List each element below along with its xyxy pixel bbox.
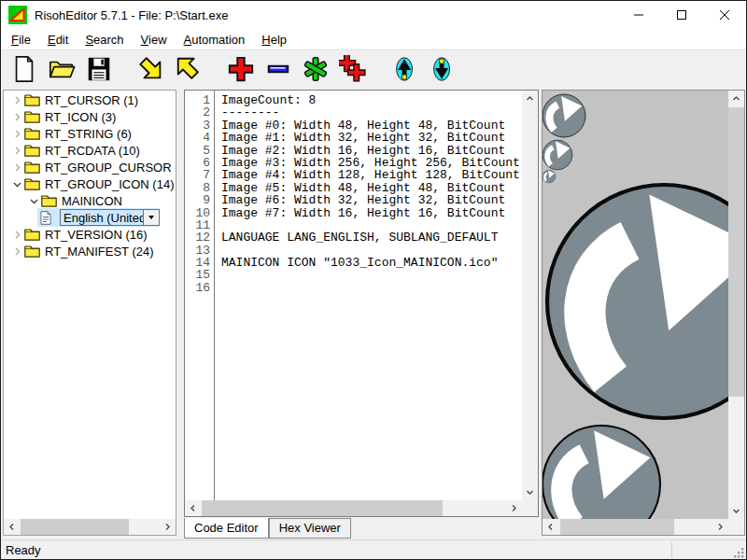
scroll-down-icon[interactable] [522, 484, 538, 500]
tree-hscroll-thumb[interactable] [21, 519, 129, 535]
red-double-plus-icon [339, 55, 367, 83]
tree-item-rt-manifest-24[interactable]: RT_MANIFEST (24) [4, 243, 176, 259]
save-button[interactable] [83, 53, 115, 85]
tab-hex-viewer[interactable]: Hex Viewer [269, 518, 351, 539]
expand-chevron-icon[interactable] [9, 96, 24, 105]
icon-preview-image [543, 91, 728, 519]
tree-item-label: RT_VERSION (16) [45, 228, 148, 242]
preview-vscroll-thumb[interactable] [728, 107, 744, 397]
open-file-button[interactable] [46, 53, 78, 85]
expand-chevron-icon[interactable] [9, 231, 24, 239]
tree-item-label: RT_GROUP_CURSOR (12) [45, 161, 176, 175]
tree-item-rt-cursor-1[interactable]: RT_CURSOR (1) [4, 91, 176, 108]
scroll-down-icon[interactable] [728, 503, 744, 519]
tree-item-rt-group-cursor-12[interactable]: RT_GROUP_CURSOR (12) [4, 159, 176, 175]
statusbar: Ready [1, 539, 746, 560]
tree-item-rt-rcdata-10[interactable]: RT_RCDATA (10) [4, 142, 176, 159]
selected-tree-item: English (United [37, 208, 160, 227]
scroll-right-icon[interactable] [160, 519, 176, 535]
maximize-icon [677, 10, 686, 20]
menu-item-search[interactable]: Search [77, 31, 132, 49]
code-editor[interactable]: ImageCount: 8--------Image #0: Width 48,… [216, 91, 522, 500]
scroll-up-icon[interactable] [728, 91, 744, 106]
preview-hscroll-thumb[interactable] [560, 519, 674, 535]
tree-item-label: RT_STRING (6) [45, 127, 132, 141]
code-line: Image #2: Width 16, Height 16, BitCount [221, 145, 522, 157]
tree-item-label: RT_RCDATA (10) [45, 144, 140, 158]
delete-resource-button[interactable] [262, 53, 294, 85]
tree-item-rt-version-16[interactable]: RT_VERSION (16) [4, 226, 176, 243]
tree-item-english-united[interactable]: English (United [4, 209, 176, 226]
editor-horizontal-scrollbar[interactable] [185, 500, 522, 516]
folder-icon [24, 245, 40, 258]
add-multiple-button[interactable] [337, 53, 369, 85]
move-down-button[interactable] [135, 53, 167, 85]
tree-horizontal-scrollbar[interactable] [4, 519, 176, 535]
scroll-left-icon[interactable] [4, 519, 20, 535]
folder-icon [24, 127, 40, 140]
new-document-icon [10, 55, 38, 83]
scroll-left-icon[interactable] [543, 519, 558, 535]
scroll-up-icon[interactable] [522, 91, 538, 106]
minimize-button[interactable] [617, 1, 660, 29]
code-line: Image #1: Width 32, Height 32, BitCount [221, 132, 522, 144]
add-resource-button[interactable] [225, 53, 257, 85]
line-number: 15 [185, 269, 214, 281]
menubar: FileEditSearchViewAutomationHelp [1, 29, 746, 49]
code-line: Image #5: Width 48, Height 48, BitCount [221, 182, 522, 194]
menu-item-view[interactable]: View [133, 31, 176, 49]
line-number: 12 [185, 231, 214, 244]
code-editor-panel: 12345678910111213141516 ImageCount: 8---… [184, 90, 539, 517]
close-button[interactable] [703, 1, 746, 29]
tab-code-editor[interactable]: Code Editor [184, 518, 269, 539]
scroll-left-icon[interactable] [185, 500, 201, 516]
scroll-right-icon[interactable] [506, 500, 522, 516]
menu-item-help[interactable]: Help [253, 31, 295, 49]
code-line [221, 219, 522, 231]
arrow-down-right-icon [137, 55, 165, 83]
menu-item-file[interactable]: File [3, 31, 39, 49]
resize-grip[interactable] [733, 547, 745, 559]
editor-hscroll-thumb[interactable] [202, 500, 443, 516]
icon-preview-panel [542, 90, 745, 536]
close-icon [720, 10, 729, 20]
expand-chevron-icon[interactable] [9, 113, 24, 121]
expand-chevron-icon[interactable] [9, 147, 24, 155]
language-label: English (United [61, 210, 143, 225]
tree-item-mainicon[interactable]: MAINICON [4, 192, 176, 209]
new-document-button[interactable] [8, 53, 40, 85]
collapse-chevron-icon[interactable] [26, 197, 41, 205]
find-down-button[interactable] [427, 53, 458, 85]
scroll-right-icon[interactable] [712, 519, 728, 535]
find-up-button[interactable] [389, 53, 421, 85]
tree-item-rt-group-icon-14[interactable]: RT_GROUP_ICON (14) [4, 175, 176, 192]
collapse-chevron-icon[interactable] [9, 180, 24, 189]
expand-chevron-icon[interactable] [9, 130, 24, 138]
code-line: Image #6: Width 32, Height 32, BitCount [221, 194, 522, 206]
tree-item-rt-string-6[interactable]: RT_STRING (6) [4, 125, 176, 142]
titlebar[interactable]: RisohEditor 5.7.1 - File: P:\Start.exe [1, 1, 746, 29]
green-asterisk-icon [302, 55, 330, 83]
resource-tree-panel: RT_CURSOR (1)RT_ICON (3)RT_STRING (6)RT_… [3, 90, 176, 536]
extract-button[interactable] [300, 53, 331, 85]
maximize-button[interactable] [660, 1, 703, 29]
open-folder-icon [48, 55, 76, 83]
tree-item-rt-icon-3[interactable]: RT_ICON (3) [4, 108, 176, 125]
move-up-button[interactable] [173, 53, 204, 85]
expand-chevron-icon[interactable] [9, 163, 24, 172]
preview-horizontal-scrollbar[interactable] [543, 519, 728, 535]
preview-vertical-scrollbar[interactable] [728, 91, 744, 519]
menu-item-edit[interactable]: Edit [39, 31, 77, 49]
menu-item-automation[interactable]: Automation [176, 31, 254, 49]
code-line: -------- [221, 106, 522, 119]
app-icon [8, 6, 27, 24]
tree-item-label: RT_GROUP_ICON (14) [45, 177, 174, 191]
editor-vertical-scrollbar[interactable] [522, 91, 538, 500]
caret-down-icon [148, 216, 154, 219]
tree-item-label: RT_MANIFEST (24) [45, 245, 154, 259]
dropdown-button[interactable] [143, 210, 159, 225]
resource-tree[interactable]: RT_CURSOR (1)RT_ICON (3)RT_STRING (6)RT_… [4, 91, 176, 519]
arrow-up-left-icon [175, 55, 203, 83]
language-combobox[interactable]: English (United [60, 209, 160, 226]
expand-chevron-icon[interactable] [9, 247, 24, 256]
